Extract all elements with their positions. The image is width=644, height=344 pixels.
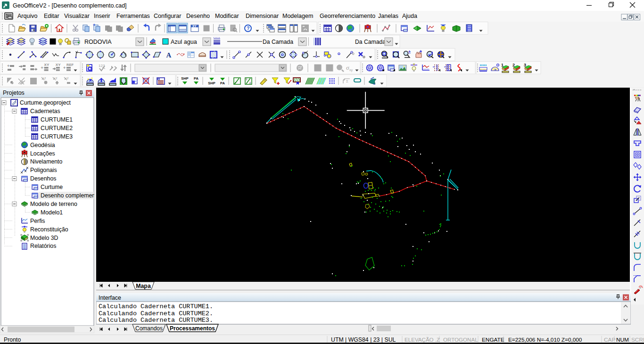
svg-text:Processamentos: Processamentos [170,325,215,332]
svg-text:Visualizar: Visualizar [64,13,90,19]
svg-text:Da Camada: Da Camada [355,39,386,45]
svg-text:Calculando Caderneta CURTUME3.: Calculando Caderneta CURTUME3. [99,317,213,324]
svg-text:Calculando Caderneta CURTUME2.: Calculando Caderneta CURTUME2. [99,310,213,317]
svg-text:Calculando Caderneta CURTUME1.: Calculando Caderneta CURTUME1. [99,303,213,310]
svg-text:NUM: NUM [616,336,629,343]
svg-text:Modelo 3D: Modelo 3D [30,235,58,241]
svg-text:ELEVAÇÃO .Z: ELEVAÇÃO .Z [405,336,440,343]
svg-text:CURTUME1: CURTUME1 [41,116,73,123]
svg-text:Curtume: Curtume [41,184,63,190]
svg-text:SHP: SHP [208,81,215,85]
svg-text:XY: XY [192,25,197,28]
svg-text:Inserir: Inserir [94,13,110,19]
svg-text:±: ± [408,49,411,54]
svg-text:XY: XY [44,63,50,67]
svg-text:XY: XY [56,63,61,67]
svg-text:Janelas: Janelas [378,13,398,19]
svg-text:2: 2 [512,63,515,67]
svg-text:z: z [44,76,46,80]
svg-text:UTM | WGS84 | 23 | SUL: UTM | WGS84 | 23 | SUL [331,336,396,343]
svg-text:Poligonais: Poligonais [30,167,57,173]
svg-text:Modelo1: Modelo1 [41,209,63,216]
svg-text:Geodésia: Geodésia [30,142,55,148]
svg-text:RODOVIA: RODOVIA [84,39,112,45]
svg-text:CURTUME3: CURTUME3 [41,133,73,140]
svg-text:Relatórios: Relatórios [30,243,56,249]
svg-text:Locações: Locações [30,150,55,157]
svg-text:REF: REF [66,63,74,67]
svg-text:Desenho: Desenho [186,13,210,19]
svg-text:Pronto: Pronto [4,336,21,343]
svg-text:+: + [41,66,43,70]
svg-text:xy: xy [349,68,353,72]
svg-text:Dimensionar: Dimensionar [246,13,279,19]
svg-text:ENGATE: ENGATE [482,336,504,343]
svg-text:Comandos: Comandos [135,325,163,332]
svg-text:Da Camada: Da Camada [263,39,293,45]
svg-text:Desenho complement: Desenho complement [41,192,94,199]
svg-text:Desenhos: Desenhos [30,175,56,182]
svg-text:Modelo de terreno: Modelo de terreno [30,201,77,207]
svg-text:σ: σ [346,64,349,71]
svg-text:SHP: SHP [181,76,188,81]
svg-text:Nivelamento: Nivelamento [30,158,63,165]
svg-text:Georreferenciamento: Georreferenciamento [320,13,375,19]
svg-text:A: A [166,51,172,59]
svg-text:?: ? [247,26,249,31]
svg-text:Modelagem: Modelagem [282,13,313,19]
svg-text:Configurar: Configurar [154,13,181,19]
svg-text:E=225,006 N=-4,010 Z=0,000: E=225,006 N=-4,010 Z=0,000 [508,336,582,343]
svg-text:CAP: CAP [604,336,615,343]
svg-text:Ajuda: Ajuda [402,13,417,19]
svg-text:Curtume.geoproject: Curtume.geoproject [20,99,71,106]
svg-text:Editar: Editar [44,13,59,19]
svg-text:Arquivo: Arquivo [17,13,37,19]
svg-text:Perfis: Perfis [30,218,45,224]
svg-text:CURTUME2: CURTUME2 [41,125,73,131]
svg-text:+: + [93,23,95,27]
svg-text:SCRL: SCRL [631,336,644,343]
svg-text:3: 3 [524,63,526,67]
svg-text:Cadernetas: Cadernetas [30,108,60,115]
svg-text:Ferramentas: Ferramentas [116,13,150,19]
svg-text:Reconstituição: Reconstituição [30,226,68,233]
svg-text:ORTOGONAL: ORTOGONAL [443,336,478,343]
svg-text:z: z [56,76,58,80]
svg-text:Interface: Interface [99,295,121,301]
svg-text:GeoOfficeV2 - [Desenho complem: GeoOfficeV2 - [Desenho complemento.cad] [13,2,127,9]
svg-text:z: z [67,76,69,80]
svg-text:Azul agua: Azul agua [171,39,197,45]
svg-text:+: + [63,66,66,70]
svg-text:+: + [7,64,9,68]
svg-text:Σ: Σ [346,79,348,83]
svg-text:PA: PA [194,76,198,81]
svg-text:PA: PA [220,81,225,85]
svg-text:Mapa: Mapa [136,283,151,289]
svg-text:Modificar: Modificar [215,13,239,19]
svg-text:1: 1 [501,63,504,67]
